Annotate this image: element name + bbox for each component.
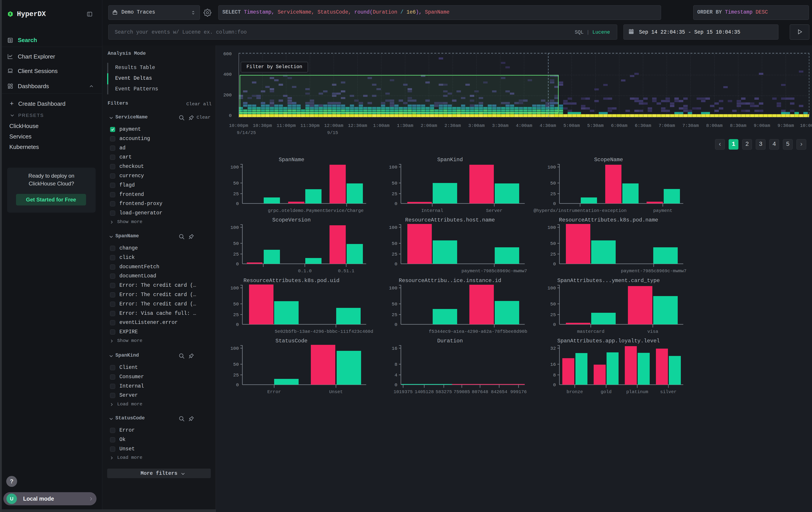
svg-text:payment-7985c8969c-mwmw7: payment-7985c8969c-mwmw7: [461, 268, 527, 274]
svg-text:25: 25: [550, 191, 556, 196]
svg-text:1405128: 1405128: [415, 389, 434, 395]
svg-text:8: 8: [395, 362, 397, 367]
svg-text:50: 50: [233, 181, 239, 186]
svg-text:0: 0: [236, 382, 239, 387]
svg-text:50: 50: [233, 241, 239, 246]
svg-text:0: 0: [553, 201, 556, 206]
svg-text:100: 100: [547, 286, 556, 291]
svg-text:50: 50: [550, 302, 556, 307]
svg-text:16: 16: [550, 362, 556, 367]
svg-text:25: 25: [550, 312, 556, 318]
svg-text:50: 50: [550, 181, 556, 186]
svg-text:100: 100: [389, 165, 397, 170]
svg-text:Unset: Unset: [329, 389, 343, 395]
svg-text:payment-7985c8969c-mwmw7: payment-7985c8969c-mwmw7: [621, 268, 686, 274]
svg-text:5e02b5fb-13ae-4296-bbbc-111f42: 5e02b5fb-13ae-4296-bbbc-111f423c460d: [275, 329, 373, 334]
svg-text:50: 50: [550, 241, 556, 246]
svg-text:25: 25: [233, 252, 239, 257]
svg-text:759085: 759085: [454, 389, 470, 395]
svg-text:842654: 842654: [491, 389, 508, 395]
svg-text:100: 100: [230, 346, 239, 351]
svg-text:0: 0: [236, 322, 239, 327]
svg-text:807648: 807648: [472, 389, 488, 395]
svg-text:583275: 583275: [436, 389, 452, 395]
svg-text:0: 0: [236, 201, 239, 206]
svg-text:visa: visa: [647, 329, 658, 334]
svg-text:25: 25: [392, 312, 397, 318]
svg-text:f5344ec9-a1ea-4290-a62a-78f5be: f5344ec9-a1ea-4290-a62a-78f5bee8d90b: [429, 329, 527, 334]
svg-text:100: 100: [389, 286, 397, 291]
svg-text:25: 25: [233, 312, 239, 318]
svg-text:payment: payment: [653, 208, 672, 213]
svg-text:0.1.0: 0.1.0: [298, 268, 312, 274]
svg-text:16: 16: [392, 346, 397, 351]
svg-text:100: 100: [547, 165, 556, 170]
svg-text:8: 8: [553, 373, 556, 378]
svg-text:0: 0: [395, 322, 397, 327]
svg-text:25: 25: [392, 191, 397, 196]
svg-text:100: 100: [389, 225, 397, 230]
svg-text:50: 50: [233, 362, 239, 367]
svg-text:999176: 999176: [510, 389, 527, 395]
svg-text:25: 25: [233, 191, 239, 196]
svg-text:0: 0: [395, 382, 397, 387]
svg-text:25: 25: [233, 373, 239, 378]
svg-text:0: 0: [553, 382, 556, 387]
svg-text:0: 0: [395, 201, 397, 206]
svg-text:1019375: 1019375: [394, 389, 413, 395]
svg-text:0: 0: [553, 322, 556, 327]
svg-text:25: 25: [550, 252, 556, 257]
svg-text:@hyperdx/instrumentation-excep: @hyperdx/instrumentation-exception: [533, 208, 627, 213]
svg-text:4: 4: [395, 373, 397, 378]
svg-text:50: 50: [392, 181, 397, 186]
svg-text:0: 0: [395, 262, 397, 267]
svg-text:silver: silver: [660, 389, 676, 395]
svg-text:gold: gold: [601, 389, 611, 395]
svg-text:100: 100: [230, 225, 239, 230]
svg-text:0: 0: [236, 262, 239, 267]
svg-text:mastercard: mastercard: [577, 329, 604, 334]
svg-text:platinum: platinum: [626, 389, 648, 395]
svg-text:25: 25: [392, 252, 397, 257]
svg-text:100: 100: [547, 225, 556, 230]
svg-text:0.51.1: 0.51.1: [338, 268, 354, 274]
svg-text:bronze: bronze: [567, 389, 583, 395]
svg-text:0: 0: [553, 262, 556, 267]
svg-text:50: 50: [392, 302, 397, 307]
svg-text:Server: Server: [486, 208, 502, 213]
svg-text:50: 50: [392, 241, 397, 246]
svg-text:grpc.oteldemo.PaymentService/C: grpc.oteldemo.PaymentService/Charge: [268, 208, 364, 213]
svg-text:100: 100: [230, 286, 239, 291]
svg-text:Internal: Internal: [421, 208, 443, 213]
svg-text:100: 100: [230, 165, 239, 170]
svg-text:50: 50: [233, 302, 239, 307]
svg-text:32: 32: [550, 346, 556, 351]
svg-text:Error: Error: [267, 389, 281, 395]
